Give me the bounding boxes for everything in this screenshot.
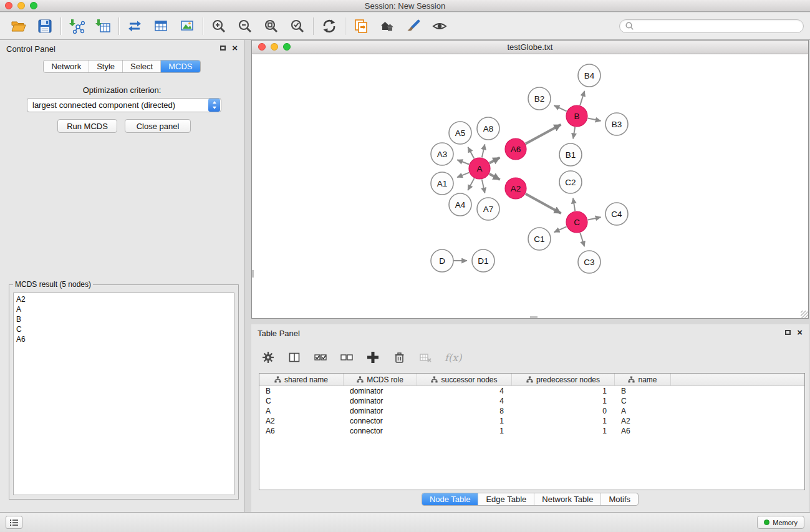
split-panel-button[interactable] (287, 351, 301, 364)
graph-node-A2[interactable]: A2 (505, 178, 526, 199)
graph-edge-C-C2[interactable] (573, 198, 575, 211)
graph-edge-A-A7[interactable] (482, 180, 485, 193)
unselect-all-button[interactable] (340, 351, 354, 364)
table-cell[interactable]: 1 (417, 426, 512, 436)
mcds-result-item[interactable]: C (14, 324, 234, 334)
import-table-button[interactable] (93, 16, 113, 37)
add-column-button[interactable] (366, 351, 380, 364)
tab-edge-table[interactable]: Edge Table (478, 493, 534, 505)
table-cell[interactable]: C (615, 396, 671, 406)
graph-edge-B-B1[interactable] (573, 127, 575, 139)
column-header-predecessor-nodes[interactable]: predecessor nodes (512, 374, 615, 385)
table-cell[interactable]: B (259, 386, 344, 396)
table-cell[interactable]: A6 (615, 426, 671, 436)
export-image-button[interactable] (177, 16, 197, 37)
zoom-window-button[interactable] (283, 43, 291, 51)
table-cell[interactable]: A (259, 406, 344, 416)
minimize-window-button[interactable] (271, 43, 278, 51)
graph-node-A8[interactable]: A8 (477, 117, 499, 140)
table-cell[interactable]: 1 (417, 416, 512, 426)
table-cell[interactable]: 0 (512, 406, 615, 416)
table-row[interactable]: Adominator80A (259, 406, 804, 416)
graph-edge-A-A2[interactable] (489, 174, 500, 180)
copy-view-button[interactable] (351, 16, 371, 37)
graph-node-C[interactable]: C (566, 211, 587, 233)
open-session-button[interactable] (9, 16, 29, 37)
graph-node-B1[interactable]: B1 (559, 143, 582, 166)
graph-node-C4[interactable]: C4 (605, 203, 628, 225)
table-cell[interactable]: 4 (417, 396, 512, 406)
table-cell[interactable]: 1 (512, 386, 615, 396)
graph-edge-C-C4[interactable] (588, 217, 601, 220)
tab-network[interactable]: Network (44, 60, 89, 72)
table-cell[interactable]: 4 (417, 386, 512, 396)
select-all-button[interactable] (314, 351, 327, 364)
table-cell[interactable]: 1 (512, 416, 615, 426)
table-cell[interactable]: dominator (344, 406, 417, 416)
graph-node-B3[interactable]: B3 (605, 113, 628, 135)
graph-edge-A-A3[interactable] (457, 160, 469, 164)
graph-edge-A-A1[interactable] (457, 173, 469, 178)
zoom-out-button[interactable] (235, 16, 255, 37)
graph-node-B[interactable]: B (566, 105, 587, 127)
tab-select[interactable]: Select (123, 60, 161, 72)
graph-edge-A-A4[interactable] (468, 178, 474, 190)
graph-node-D[interactable]: D (431, 249, 453, 272)
search-input[interactable] (637, 22, 798, 31)
graph-node-C3[interactable]: C3 (578, 251, 600, 273)
table-cell[interactable]: A2 (615, 416, 671, 426)
zoom-in-button[interactable] (209, 16, 229, 37)
tab-style[interactable]: Style (89, 60, 123, 72)
close-window-button[interactable] (258, 43, 266, 51)
memory-button[interactable]: Memory (757, 516, 804, 529)
zoom-window-button[interactable] (30, 2, 37, 9)
graph-edge-B-B2[interactable] (554, 105, 567, 111)
mcds-result-item[interactable]: B (14, 314, 234, 324)
minimize-window-button[interactable] (17, 2, 25, 9)
column-header-shared-name[interactable]: shared name (259, 374, 344, 385)
table-cell[interactable]: B (615, 386, 671, 396)
table-cell[interactable]: A6 (259, 426, 344, 436)
table-cell[interactable]: 8 (417, 406, 512, 416)
graph-node-A7[interactable]: A7 (477, 198, 499, 220)
tab-mcds[interactable]: MCDS (161, 60, 200, 72)
mcds-result-item[interactable]: A2 (14, 294, 234, 304)
graph-edge-A6-B[interactable] (526, 125, 561, 144)
column-header-successor-nodes[interactable]: successor nodes (417, 374, 512, 385)
network-graph[interactable]: B4B2BB3A5A8A6B1A3AC2A1A2A4A7C1CC4C3DD1 (252, 54, 808, 318)
graph-edge-A-A5[interactable] (468, 147, 474, 158)
graph-edge-C-C3[interactable] (580, 233, 584, 246)
table-cell[interactable]: A (615, 406, 671, 416)
optimization-criterion-select[interactable]: largest connected component (directed) (27, 98, 221, 112)
mcds-result-list[interactable]: A2ABCA6 (13, 293, 234, 495)
graph-node-C2[interactable]: C2 (559, 171, 582, 193)
zoom-fit-button[interactable] (261, 16, 281, 37)
delete-column-button[interactable] (392, 351, 406, 364)
column-header-MCDS-role[interactable]: MCDS role (344, 374, 417, 385)
graph-node-A[interactable]: A (469, 158, 490, 179)
table-cell[interactable]: dominator (344, 396, 417, 406)
graph-node-A5[interactable]: A5 (449, 122, 471, 144)
show-hide-button[interactable] (430, 16, 450, 37)
graph-node-B2[interactable]: B2 (528, 87, 551, 110)
tab-node-table[interactable]: Node Table (422, 493, 479, 505)
panel-list-button[interactable] (6, 516, 22, 529)
graph-edge-B-B4[interactable] (580, 91, 584, 105)
table-row[interactable]: Bdominator41B (259, 386, 804, 396)
tab-network-table[interactable]: Network Table (534, 493, 601, 505)
graph-node-B4[interactable]: B4 (578, 64, 600, 87)
table-cell[interactable]: 1 (512, 396, 615, 406)
graph-edge-A-A6[interactable] (489, 158, 500, 163)
resize-grip-icon[interactable] (801, 311, 808, 318)
close-panel-icon[interactable]: × (797, 329, 803, 336)
table-cell[interactable]: A2 (259, 416, 344, 426)
graph-node-A1[interactable]: A1 (431, 172, 453, 195)
table-row[interactable]: A6connector11A6 (259, 426, 804, 436)
close-panel-icon[interactable]: × (232, 44, 238, 52)
graph-node-A6[interactable]: A6 (505, 138, 526, 160)
close-panel-button[interactable]: Close panel (125, 119, 191, 133)
graph-node-A3[interactable]: A3 (431, 143, 453, 165)
refresh-button[interactable] (319, 16, 339, 37)
home-button[interactable] (377, 16, 397, 37)
zoom-selected-button[interactable] (287, 16, 307, 37)
